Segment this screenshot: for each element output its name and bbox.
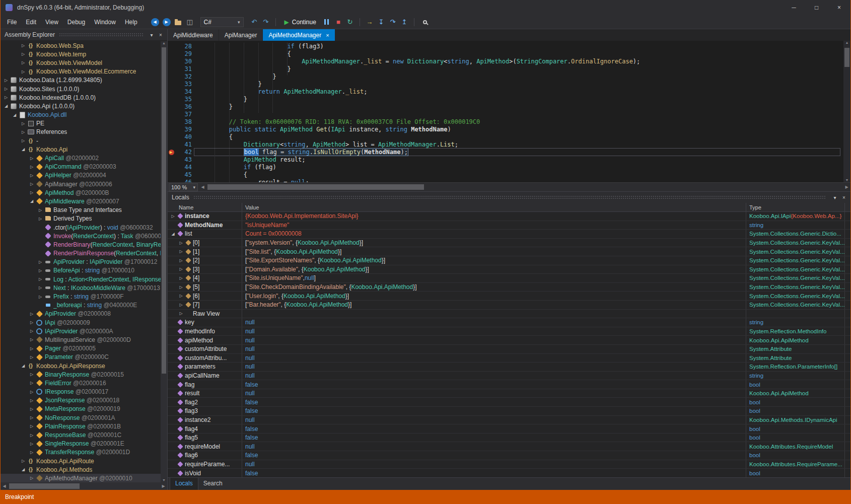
locals-row[interactable]: ▷[0]["system.Version", {Kooboo.Api.ApiMe…	[168, 239, 850, 248]
breakpoint-margin[interactable]	[168, 96, 177, 103]
locals-row[interactable]: ▷Raw View	[168, 310, 850, 319]
breakpoint-margin[interactable]	[168, 103, 177, 111]
locals-value-cell[interactable]: null	[242, 363, 746, 371]
locals-value-cell[interactable]: Count = 0x00000008	[242, 230, 746, 238]
expand-arrow-icon[interactable]: ▷	[28, 355, 35, 359]
tree-item[interactable]: ▷IResponse @02000017	[1, 388, 167, 396]
breakpoint-margin[interactable]	[168, 126, 177, 133]
scroll-down-icon[interactable]: ▼	[843, 178, 850, 182]
tree-item[interactable]: ▷Kooboo.Web.ViewModel.Ecommerce	[1, 67, 167, 76]
pause-button[interactable]	[322, 17, 332, 28]
expand-arrow-icon[interactable]: ▷	[28, 450, 35, 455]
tree-item[interactable]: ▷JsonResponse @02000018	[1, 396, 167, 405]
tree-item[interactable]: ▷ResponseBase @0200001C	[1, 430, 167, 439]
expand-arrow-icon[interactable]: ▷	[28, 312, 35, 316]
breakpoint-margin[interactable]	[168, 111, 177, 118]
locals-value-cell[interactable]: false	[242, 451, 746, 460]
step-over-button[interactable]: ↷	[388, 17, 398, 28]
tab-apimethodmanager[interactable]: ApiMethodManager×	[263, 29, 334, 41]
search-button[interactable]	[421, 17, 431, 28]
tree-item[interactable]: _beforeapi : string @0400000E	[1, 301, 167, 310]
locals-row[interactable]: customAttribu...nullSystem.Attribute	[168, 354, 850, 363]
breakpoint-margin[interactable]	[168, 43, 177, 50]
tree-item[interactable]: ▷Kooboo.IndexedDB (1.0.0.0)	[1, 93, 167, 102]
locals-row[interactable]: ▷[3]["Domain.Available", {Kooboo.Api.Api…	[168, 265, 850, 274]
expand-arrow-icon[interactable]: ▷	[28, 424, 35, 428]
expand-arrow-icon[interactable]: ▷	[178, 267, 184, 271]
close-icon[interactable]: ×	[326, 32, 329, 38]
tree-vertical-scrollbar[interactable]: ▲ ▼	[161, 41, 167, 482]
locals-row[interactable]: ▷[7]["Bar.header", {Kooboo.Api.ApiMethod…	[168, 301, 850, 310]
tab-apimanager[interactable]: ApiManager	[219, 29, 263, 41]
title-bar[interactable]: dnSpy v6.0.3 (64-bit, Administrator, Deb…	[1, 0, 850, 15]
expand-arrow-icon[interactable]: ▷	[20, 60, 27, 65]
expand-arrow-icon[interactable]: ▷	[28, 329, 35, 333]
menu-help[interactable]: Help	[120, 16, 142, 28]
collapse-arrow-icon[interactable]: ◢	[20, 364, 27, 368]
scroll-left-icon[interactable]: ◀	[199, 185, 206, 189]
tree-item[interactable]: ▷Prefix : string @1700000F	[1, 292, 167, 301]
tree-item[interactable]: ◢ApiMiddleware @02000007	[1, 197, 167, 205]
breakpoint-margin[interactable]	[168, 141, 177, 149]
locals-value-cell[interactable]: null	[242, 336, 746, 344]
expand-arrow-icon[interactable]: ▷	[178, 285, 184, 290]
locals-value-cell[interactable]: ["Bar.header", {Kooboo.Api.ApiMethod}]	[242, 301, 746, 309]
menu-debug[interactable]: Debug	[63, 16, 90, 28]
tree-item[interactable]: ▷ApiManager @02000006	[1, 180, 167, 188]
locals-row[interactable]: keynullstring	[168, 318, 850, 327]
column-header-name[interactable]: Name	[168, 203, 242, 211]
breakpoint-margin[interactable]	[168, 171, 177, 179]
expand-arrow-icon[interactable]: ▷	[178, 241, 184, 245]
breakpoint-margin[interactable]	[168, 50, 177, 58]
scrollbar-thumb[interactable]	[162, 47, 166, 374]
breakpoint-margin[interactable]	[168, 88, 177, 96]
locals-value-cell[interactable]: null	[242, 372, 746, 380]
tree-item[interactable]: ▷ApiProvider : IApiProvider @17000012	[1, 258, 167, 266]
locals-value-cell[interactable]: ["Site.list", {Kooboo.Api.ApiMethod}]	[242, 247, 746, 256]
step-out-button[interactable]: ↥	[399, 17, 409, 28]
locals-value-cell[interactable]: ["system.Version", {Kooboo.Api.ApiMethod…	[242, 239, 746, 247]
breakpoint-margin[interactable]	[168, 73, 177, 81]
locals-row[interactable]: MethodName"isUniqueName"string	[168, 221, 850, 230]
expand-arrow-icon[interactable]: ▷	[28, 165, 35, 169]
expand-arrow-icon[interactable]: ▷	[20, 121, 27, 126]
locals-value-cell[interactable]: null	[242, 345, 746, 353]
locals-row[interactable]: flagfalsebool	[168, 380, 850, 389]
tree-item[interactable]: ▷MetaResponse @02000019	[1, 405, 167, 413]
open-file-button[interactable]	[173, 17, 183, 28]
expand-arrow-icon[interactable]: ▷	[28, 398, 35, 403]
breakpoint-margin[interactable]	[168, 81, 177, 88]
tree-item[interactable]: ▷-	[1, 136, 167, 145]
expand-arrow-icon[interactable]: ▷	[28, 372, 35, 377]
tree-item[interactable]: ▷References	[1, 128, 167, 136]
tree-item[interactable]: ▷TransferResponse @0200001D	[1, 448, 167, 457]
locals-row[interactable]: apiCallNamenullstring	[168, 372, 850, 381]
collapse-arrow-icon[interactable]: ◢	[20, 467, 27, 472]
tree-item[interactable]: ▷Kooboo.Data (1.2.6999.34805)	[1, 76, 167, 85]
scrollbar-track[interactable]	[206, 183, 843, 191]
locals-row[interactable]: ▷instance{Kooboo.Web.Api.Implementation.…	[168, 212, 850, 221]
breakpoint-margin[interactable]	[168, 179, 177, 182]
locals-row[interactable]: apiMethodnullKooboo.Api.ApiMethod	[168, 336, 850, 345]
minimize-button[interactable]: ─	[783, 0, 805, 15]
expand-arrow-icon[interactable]: ▷	[28, 476, 35, 480]
expand-arrow-icon[interactable]: ▷	[37, 208, 44, 212]
expand-arrow-icon[interactable]: ▷	[20, 52, 27, 56]
locals-row[interactable]: ▷[5]["Site.CheckDomainBindingAvailable",…	[168, 283, 850, 292]
locals-value-cell[interactable]: null	[242, 354, 746, 363]
back-button[interactable]: ◀	[150, 17, 160, 28]
expand-arrow-icon[interactable]: ▷	[3, 78, 10, 83]
expand-arrow-icon[interactable]: ▷	[28, 190, 35, 195]
expand-arrow-icon[interactable]: ▷	[20, 69, 27, 74]
expand-arrow-icon[interactable]: ▷	[28, 407, 35, 411]
locals-row[interactable]: ◢listCount = 0x00000008System.Collection…	[168, 230, 850, 239]
panel-tab-search[interactable]: Search	[198, 478, 228, 490]
breakpoint-margin[interactable]	[168, 156, 177, 164]
tree-item[interactable]: ▷Log : Action<RenderContext, IResponse>	[1, 275, 167, 283]
breakpoint-margin[interactable]	[168, 58, 177, 65]
locals-value-cell[interactable]: false	[242, 407, 746, 415]
expand-arrow-icon[interactable]: ▷	[37, 285, 44, 290]
expand-arrow-icon[interactable]: ▷	[178, 258, 184, 263]
editor-vertical-scrollbar[interactable]: ▲ ▼	[843, 41, 850, 182]
scrollbar-thumb[interactable]	[9, 483, 80, 489]
